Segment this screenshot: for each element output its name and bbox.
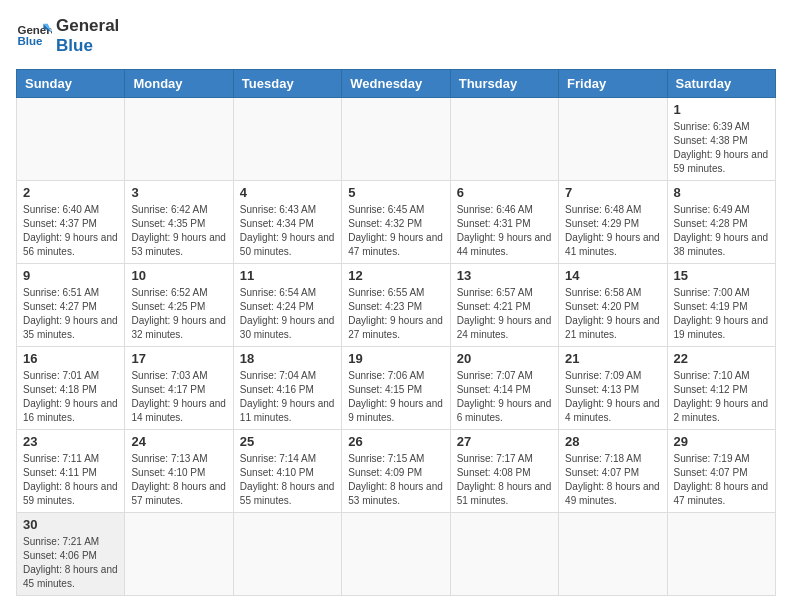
calendar-day: 8Sunrise: 6:49 AM Sunset: 4:28 PM Daylig… bbox=[667, 180, 775, 263]
calendar-day: 16Sunrise: 7:01 AM Sunset: 4:18 PM Dayli… bbox=[17, 346, 125, 429]
day-info: Sunrise: 7:09 AM Sunset: 4:13 PM Dayligh… bbox=[565, 369, 660, 425]
calendar-day: 19Sunrise: 7:06 AM Sunset: 4:15 PM Dayli… bbox=[342, 346, 450, 429]
day-info: Sunrise: 6:45 AM Sunset: 4:32 PM Dayligh… bbox=[348, 203, 443, 259]
day-info: Sunrise: 7:10 AM Sunset: 4:12 PM Dayligh… bbox=[674, 369, 769, 425]
day-number: 10 bbox=[131, 268, 226, 283]
day-info: Sunrise: 7:06 AM Sunset: 4:15 PM Dayligh… bbox=[348, 369, 443, 425]
day-info: Sunrise: 7:21 AM Sunset: 4:06 PM Dayligh… bbox=[23, 535, 118, 591]
calendar-day: 30Sunrise: 7:21 AM Sunset: 4:06 PM Dayli… bbox=[17, 512, 125, 595]
day-info: Sunrise: 7:00 AM Sunset: 4:19 PM Dayligh… bbox=[674, 286, 769, 342]
day-number: 15 bbox=[674, 268, 769, 283]
calendar-day: 15Sunrise: 7:00 AM Sunset: 4:19 PM Dayli… bbox=[667, 263, 775, 346]
calendar-day: 28Sunrise: 7:18 AM Sunset: 4:07 PM Dayli… bbox=[559, 429, 667, 512]
calendar-day bbox=[450, 512, 558, 595]
calendar-week-row: 23Sunrise: 7:11 AM Sunset: 4:11 PM Dayli… bbox=[17, 429, 776, 512]
day-number: 22 bbox=[674, 351, 769, 366]
calendar-day bbox=[342, 512, 450, 595]
day-number: 21 bbox=[565, 351, 660, 366]
header-sunday: Sunday bbox=[17, 69, 125, 97]
calendar-day bbox=[342, 97, 450, 180]
calendar-week-row: 9Sunrise: 6:51 AM Sunset: 4:27 PM Daylig… bbox=[17, 263, 776, 346]
calendar-day: 14Sunrise: 6:58 AM Sunset: 4:20 PM Dayli… bbox=[559, 263, 667, 346]
day-number: 19 bbox=[348, 351, 443, 366]
day-number: 26 bbox=[348, 434, 443, 449]
calendar-day: 20Sunrise: 7:07 AM Sunset: 4:14 PM Dayli… bbox=[450, 346, 558, 429]
logo-svg: General Blue bbox=[16, 18, 52, 54]
calendar-week-row: 1Sunrise: 6:39 AM Sunset: 4:38 PM Daylig… bbox=[17, 97, 776, 180]
day-info: Sunrise: 6:48 AM Sunset: 4:29 PM Dayligh… bbox=[565, 203, 660, 259]
calendar-day: 4Sunrise: 6:43 AM Sunset: 4:34 PM Daylig… bbox=[233, 180, 341, 263]
calendar-day bbox=[450, 97, 558, 180]
calendar-week-row: 30Sunrise: 7:21 AM Sunset: 4:06 PM Dayli… bbox=[17, 512, 776, 595]
day-number: 28 bbox=[565, 434, 660, 449]
calendar-day: 25Sunrise: 7:14 AM Sunset: 4:10 PM Dayli… bbox=[233, 429, 341, 512]
day-info: Sunrise: 6:51 AM Sunset: 4:27 PM Dayligh… bbox=[23, 286, 118, 342]
calendar-day bbox=[233, 512, 341, 595]
calendar-day bbox=[559, 97, 667, 180]
calendar-week-row: 2Sunrise: 6:40 AM Sunset: 4:37 PM Daylig… bbox=[17, 180, 776, 263]
day-info: Sunrise: 6:58 AM Sunset: 4:20 PM Dayligh… bbox=[565, 286, 660, 342]
header-saturday: Saturday bbox=[667, 69, 775, 97]
day-info: Sunrise: 7:04 AM Sunset: 4:16 PM Dayligh… bbox=[240, 369, 335, 425]
calendar-day: 22Sunrise: 7:10 AM Sunset: 4:12 PM Dayli… bbox=[667, 346, 775, 429]
calendar-day: 26Sunrise: 7:15 AM Sunset: 4:09 PM Dayli… bbox=[342, 429, 450, 512]
day-number: 7 bbox=[565, 185, 660, 200]
day-number: 11 bbox=[240, 268, 335, 283]
logo-general: General bbox=[56, 16, 119, 36]
day-number: 3 bbox=[131, 185, 226, 200]
calendar-day: 1Sunrise: 6:39 AM Sunset: 4:38 PM Daylig… bbox=[667, 97, 775, 180]
calendar-day bbox=[125, 512, 233, 595]
day-info: Sunrise: 7:17 AM Sunset: 4:08 PM Dayligh… bbox=[457, 452, 552, 508]
calendar-day: 11Sunrise: 6:54 AM Sunset: 4:24 PM Dayli… bbox=[233, 263, 341, 346]
day-number: 5 bbox=[348, 185, 443, 200]
day-number: 9 bbox=[23, 268, 118, 283]
day-number: 13 bbox=[457, 268, 552, 283]
calendar-day: 9Sunrise: 6:51 AM Sunset: 4:27 PM Daylig… bbox=[17, 263, 125, 346]
calendar-day: 21Sunrise: 7:09 AM Sunset: 4:13 PM Dayli… bbox=[559, 346, 667, 429]
day-number: 24 bbox=[131, 434, 226, 449]
calendar-day bbox=[125, 97, 233, 180]
calendar-day: 6Sunrise: 6:46 AM Sunset: 4:31 PM Daylig… bbox=[450, 180, 558, 263]
day-number: 20 bbox=[457, 351, 552, 366]
calendar-day: 23Sunrise: 7:11 AM Sunset: 4:11 PM Dayli… bbox=[17, 429, 125, 512]
calendar-day: 29Sunrise: 7:19 AM Sunset: 4:07 PM Dayli… bbox=[667, 429, 775, 512]
header-friday: Friday bbox=[559, 69, 667, 97]
day-number: 17 bbox=[131, 351, 226, 366]
day-info: Sunrise: 6:43 AM Sunset: 4:34 PM Dayligh… bbox=[240, 203, 335, 259]
svg-text:Blue: Blue bbox=[17, 36, 43, 48]
day-info: Sunrise: 6:52 AM Sunset: 4:25 PM Dayligh… bbox=[131, 286, 226, 342]
day-info: Sunrise: 7:01 AM Sunset: 4:18 PM Dayligh… bbox=[23, 369, 118, 425]
calendar-day bbox=[667, 512, 775, 595]
calendar-day: 27Sunrise: 7:17 AM Sunset: 4:08 PM Dayli… bbox=[450, 429, 558, 512]
day-info: Sunrise: 7:18 AM Sunset: 4:07 PM Dayligh… bbox=[565, 452, 660, 508]
header: General Blue General Blue bbox=[16, 16, 776, 57]
day-info: Sunrise: 6:55 AM Sunset: 4:23 PM Dayligh… bbox=[348, 286, 443, 342]
day-info: Sunrise: 7:19 AM Sunset: 4:07 PM Dayligh… bbox=[674, 452, 769, 508]
day-info: Sunrise: 7:11 AM Sunset: 4:11 PM Dayligh… bbox=[23, 452, 118, 508]
day-info: Sunrise: 6:49 AM Sunset: 4:28 PM Dayligh… bbox=[674, 203, 769, 259]
calendar-day: 7Sunrise: 6:48 AM Sunset: 4:29 PM Daylig… bbox=[559, 180, 667, 263]
calendar-day: 3Sunrise: 6:42 AM Sunset: 4:35 PM Daylig… bbox=[125, 180, 233, 263]
day-info: Sunrise: 6:46 AM Sunset: 4:31 PM Dayligh… bbox=[457, 203, 552, 259]
calendar-day: 10Sunrise: 6:52 AM Sunset: 4:25 PM Dayli… bbox=[125, 263, 233, 346]
day-number: 12 bbox=[348, 268, 443, 283]
calendar-day bbox=[233, 97, 341, 180]
calendar-day: 12Sunrise: 6:55 AM Sunset: 4:23 PM Dayli… bbox=[342, 263, 450, 346]
header-monday: Monday bbox=[125, 69, 233, 97]
day-info: Sunrise: 6:57 AM Sunset: 4:21 PM Dayligh… bbox=[457, 286, 552, 342]
calendar-day: 2Sunrise: 6:40 AM Sunset: 4:37 PM Daylig… bbox=[17, 180, 125, 263]
calendar-header-row: SundayMondayTuesdayWednesdayThursdayFrid… bbox=[17, 69, 776, 97]
day-number: 2 bbox=[23, 185, 118, 200]
day-number: 6 bbox=[457, 185, 552, 200]
calendar-day bbox=[559, 512, 667, 595]
calendar-day: 18Sunrise: 7:04 AM Sunset: 4:16 PM Dayli… bbox=[233, 346, 341, 429]
day-info: Sunrise: 6:54 AM Sunset: 4:24 PM Dayligh… bbox=[240, 286, 335, 342]
day-info: Sunrise: 7:13 AM Sunset: 4:10 PM Dayligh… bbox=[131, 452, 226, 508]
day-number: 18 bbox=[240, 351, 335, 366]
day-info: Sunrise: 7:14 AM Sunset: 4:10 PM Dayligh… bbox=[240, 452, 335, 508]
calendar-day bbox=[17, 97, 125, 180]
logo: General Blue General Blue bbox=[16, 16, 119, 57]
day-number: 23 bbox=[23, 434, 118, 449]
day-number: 4 bbox=[240, 185, 335, 200]
header-wednesday: Wednesday bbox=[342, 69, 450, 97]
